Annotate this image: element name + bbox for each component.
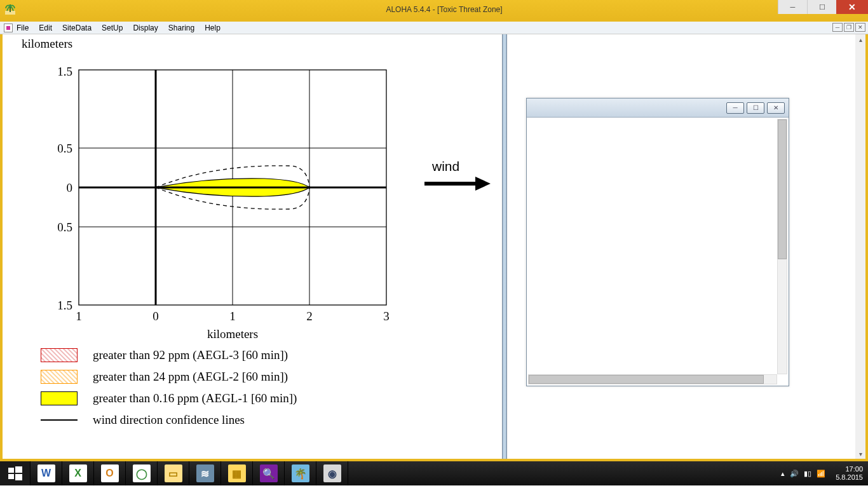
wind-label: wind [432, 159, 459, 174]
legend-label: greater than 0.16 ppm (AEGL-1 [60 min]) [93, 391, 297, 405]
legend-line [41, 419, 78, 421]
wind-arrow-icon [422, 174, 492, 193]
ytick: 0.5 [57, 142, 72, 155]
threat-zone-chart: kilometers 1.5 0.5 0 [10, 37, 417, 346]
windows-icon [8, 466, 22, 480]
titlebar: ALOHA 5.4.4 - [Toxic Threat Zone] ─ ☐ ✕ [0, 0, 868, 19]
menu-sharing[interactable]: Sharing [168, 24, 194, 32]
chrome-icon: ◯ [133, 464, 151, 482]
legend-row-confidence: wind direction confidence lines [41, 409, 297, 431]
taskbar-app-app6[interactable]: ≋ [189, 461, 221, 485]
app-icon [4, 3, 17, 16]
taskbar-app-chrome[interactable]: ◯ [126, 461, 158, 485]
client-area: kilometers 1.5 0.5 0 [0, 34, 868, 461]
menu-setup[interactable]: SetUp [102, 24, 123, 32]
search-icon: 🔍 [260, 464, 278, 482]
svg-rect-15 [15, 474, 22, 480]
legend-swatch-orange [41, 370, 78, 384]
maximize-button[interactable]: ☐ [807, 0, 836, 14]
tray-wifi-icon[interactable]: 📶 [817, 470, 825, 478]
xtick: 2 [306, 309, 313, 323]
taskbar-app-outlook[interactable]: O [94, 461, 126, 485]
sub-scrollbar-vertical[interactable] [777, 119, 787, 374]
minimize-button[interactable]: ─ [778, 0, 807, 14]
excel-icon: X [69, 464, 87, 482]
taskbar-app-aloha[interactable]: 🌴 [285, 461, 316, 485]
menu-display[interactable]: Display [133, 24, 158, 32]
tray-network-icon[interactable]: ▮▯ [804, 470, 811, 478]
mdi-separator [502, 34, 507, 459]
menu-file[interactable]: File [17, 24, 29, 32]
close-button[interactable]: ✕ [836, 0, 868, 14]
taskbar-app-word[interactable]: W [31, 461, 62, 485]
mdi-close-button[interactable]: ✕ [855, 23, 865, 32]
main-scrollbar-vertical[interactable]: ▴ ▾ [855, 34, 865, 459]
menu-help[interactable]: Help [205, 24, 220, 32]
doc-icon [4, 24, 13, 32]
mdi-restore-button[interactable]: ❐ [844, 23, 854, 32]
ytick: 0.5 [57, 220, 72, 234]
taskbar-app-explorer[interactable]: ▭ [158, 461, 189, 485]
xtick: 1 [229, 309, 236, 323]
taskbar-app-excel[interactable]: X [62, 461, 94, 485]
sub-scrollbar-horizontal[interactable] [528, 374, 777, 384]
ytick: 1.5 [57, 299, 72, 312]
chart-svg: 1.5 0.5 0 0.5 1.5 1 0 1 2 3 kilometers [10, 51, 417, 343]
sub-close-button[interactable]: ✕ [767, 102, 785, 114]
tray-chevron-icon[interactable]: ▴ [781, 470, 785, 478]
scroll-down-icon[interactable]: ▾ [855, 449, 865, 459]
start-button[interactable] [0, 461, 31, 485]
secondary-window-titlebar[interactable]: ─ ☐ ✕ [527, 98, 789, 118]
svg-marker-11 [475, 177, 491, 191]
sub-minimize-button[interactable]: ─ [726, 102, 744, 114]
explorer-icon: ▭ [165, 464, 182, 482]
menu-sitedata[interactable]: SiteData [62, 24, 92, 32]
app6-icon: ≋ [196, 464, 214, 482]
sub-maximize-button[interactable]: ☐ [747, 102, 764, 114]
app7-icon: ▦ [228, 464, 246, 482]
xtick: 0 [153, 309, 159, 323]
mdi-minimize-button[interactable]: ─ [832, 23, 843, 32]
taskbar-app-app7[interactable]: ▦ [221, 461, 253, 485]
svg-rect-14 [8, 474, 14, 479]
taskbar-app-earth[interactable]: ◉ [316, 461, 348, 485]
taskbar-clock[interactable]: 17:00 5.8.2015 [836, 465, 863, 482]
sub-scroll-thumb-v[interactable] [778, 119, 787, 259]
ytick: 0 [67, 181, 73, 194]
window-controls: ─ ☐ ✕ [778, 0, 868, 14]
ytick: 1.5 [57, 65, 72, 78]
scroll-up-icon[interactable]: ▴ [855, 34, 865, 44]
legend-row-aegl3: greater than 92 ppm (AEGL-3 [60 min]) [41, 344, 297, 366]
earth-icon: ◉ [323, 464, 341, 482]
legend-label: greater than 92 ppm (AEGL-3 [60 min]) [93, 348, 288, 362]
word-icon: W [37, 464, 55, 482]
y-axis-label: kilometers [22, 37, 417, 51]
legend-row-aegl1: greater than 0.16 ppm (AEGL-1 [60 min]) [41, 388, 297, 409]
svg-rect-13 [15, 466, 22, 473]
taskbar-app-search[interactable]: 🔍 [253, 461, 285, 485]
legend-row-aegl2: greater than 24 ppm (AEGL-2 [60 min]) [41, 366, 297, 388]
taskbar: WXO◯▭≋▦🔍🌴◉ ▴ 🔊 ▮▯ 📶 17:00 5.8.2015 [0, 461, 868, 485]
xtick: 3 [383, 309, 390, 323]
aloha-icon: 🌴 [292, 464, 309, 482]
clock-date: 5.8.2015 [836, 473, 863, 482]
secondary-window: ─ ☐ ✕ [526, 98, 789, 386]
legend: greater than 92 ppm (AEGL-3 [60 min]) gr… [41, 344, 297, 431]
menubar: File Edit SiteData SetUp Display Sharing… [0, 19, 868, 34]
menu-edit[interactable]: Edit [39, 24, 52, 32]
xtick: 1 [76, 309, 82, 323]
window-title: ALOHA 5.4.4 - [Toxic Threat Zone] [20, 5, 868, 14]
outlook-icon: O [101, 464, 119, 482]
sub-scroll-thumb-h[interactable] [529, 375, 764, 384]
tray-volume-icon[interactable]: 🔊 [790, 470, 799, 478]
mdi-controls: ─ ❐ ✕ [832, 23, 865, 32]
system-tray: ▴ 🔊 ▮▯ 📶 17:00 5.8.2015 [778, 461, 868, 485]
svg-rect-12 [8, 468, 14, 473]
x-axis-label: kilometers [207, 327, 258, 341]
legend-swatch-yellow [41, 391, 78, 405]
legend-label: wind direction confidence lines [93, 413, 245, 427]
legend-label: greater than 24 ppm (AEGL-2 [60 min]) [93, 370, 288, 384]
clock-time: 17:00 [836, 465, 863, 473]
legend-swatch-red [41, 348, 78, 362]
